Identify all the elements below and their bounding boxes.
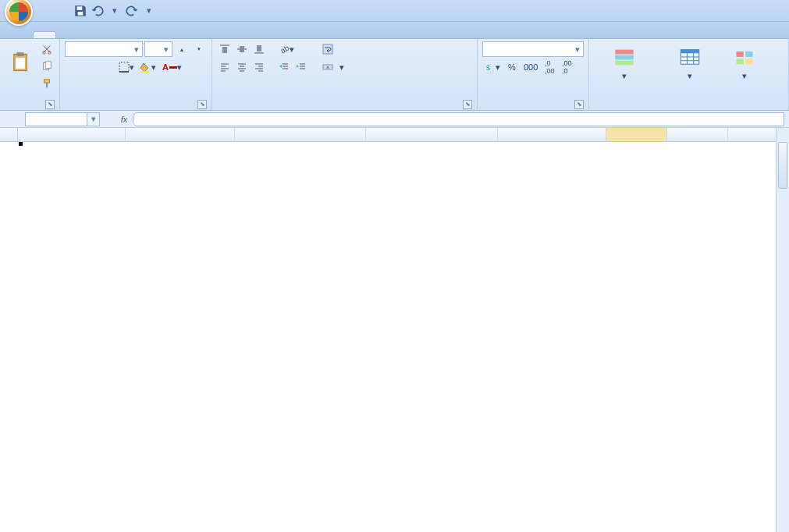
tab-insertion[interactable] xyxy=(59,32,81,38)
svg-rect-15 xyxy=(222,47,227,53)
font-color-button[interactable]: A▾ xyxy=(160,59,184,75)
cut-button[interactable] xyxy=(39,41,55,57)
tab-mise-en-page[interactable] xyxy=(84,32,106,38)
vertical-scrollbar[interactable] xyxy=(776,128,789,532)
ribbon-group-style: ▾ ▾ ▾ xyxy=(589,39,789,110)
align-center-button[interactable] xyxy=(234,59,250,75)
ribbon-group-font: ▾ ▾ ▲ ▼ ▾ ▾ A▾ ⬊ xyxy=(60,39,212,110)
col-header-F[interactable] xyxy=(606,128,667,141)
align-top-button[interactable] xyxy=(217,41,233,57)
bold-button[interactable] xyxy=(65,59,80,75)
col-header-C[interactable] xyxy=(235,128,367,141)
tab-donnees[interactable] xyxy=(134,32,156,38)
comma-button[interactable]: 000 xyxy=(521,59,540,75)
clipboard-launcher[interactable]: ⬊ xyxy=(45,100,55,109)
percent-button[interactable]: % xyxy=(504,59,520,75)
font-launcher[interactable]: ⬊ xyxy=(197,100,207,109)
group-label-alignment: ⬊ xyxy=(217,98,472,110)
copy-button[interactable] xyxy=(39,59,55,74)
svg-rect-4 xyxy=(16,58,25,69)
col-header-D[interactable] xyxy=(366,128,498,141)
conditional-formatting-button[interactable]: ▾ xyxy=(594,41,655,85)
align-middle-button[interactable] xyxy=(234,41,250,57)
font-name-combo[interactable]: ▾ xyxy=(65,41,143,57)
undo-icon[interactable] xyxy=(91,4,105,18)
decrease-indent-button[interactable] xyxy=(276,59,292,75)
svg-rect-13 xyxy=(141,71,151,73)
svg-rect-53 xyxy=(745,51,752,57)
borders-button[interactable]: ▾ xyxy=(116,59,137,75)
svg-rect-52 xyxy=(737,51,744,57)
align-bottom-button[interactable] xyxy=(251,41,267,57)
formula-bar[interactable] xyxy=(133,112,784,126)
cell-styles-icon xyxy=(734,46,755,68)
font-size-combo[interactable]: ▾ xyxy=(144,41,172,57)
tab-revision[interactable] xyxy=(159,32,181,38)
increase-decimal-button[interactable]: ,0,00 xyxy=(542,59,557,75)
group-label-clipboard: ⬊ xyxy=(5,98,55,110)
ribbon-group-alignment: ab▾ a ▾ ⬊ xyxy=(212,39,478,110)
svg-rect-17 xyxy=(240,46,244,52)
align-left-button[interactable] xyxy=(217,59,233,75)
svg-text:$: $ xyxy=(486,64,490,72)
tab-complements[interactable] xyxy=(209,32,231,38)
accounting-format-button[interactable]: $▾ xyxy=(482,59,503,75)
decrease-decimal-button[interactable]: ,00,0 xyxy=(559,59,574,75)
align-right-button[interactable] xyxy=(251,59,267,75)
increase-indent-button[interactable] xyxy=(293,59,309,75)
ribbon: ⬊ ▾ ▾ ▲ ▼ ▾ ▾ A▾ ⬊ xyxy=(0,39,789,111)
italic-button[interactable] xyxy=(82,59,98,75)
grow-font-button[interactable]: ▲ xyxy=(174,41,190,57)
svg-rect-47 xyxy=(681,49,698,53)
col-header-G[interactable] xyxy=(667,128,728,141)
qat-dropdown-1[interactable]: ▾ xyxy=(108,4,122,18)
title-bar: ▾ ▾ xyxy=(0,0,789,22)
save-icon[interactable] xyxy=(73,4,87,18)
alignment-launcher[interactable]: ⬊ xyxy=(463,100,472,109)
underline-button[interactable] xyxy=(99,59,115,75)
name-box-dropdown[interactable]: ▾ xyxy=(87,112,100,126)
group-label-font: ⬊ xyxy=(65,98,207,110)
col-header-B[interactable] xyxy=(126,128,235,141)
office-button[interactable] xyxy=(5,0,33,26)
number-launcher[interactable]: ⬊ xyxy=(574,100,584,109)
format-painter-button[interactable] xyxy=(39,76,55,91)
svg-text:ab: ab xyxy=(279,44,290,55)
wrap-text-button[interactable] xyxy=(318,41,348,57)
format-as-table-button[interactable]: ▾ xyxy=(658,41,722,85)
tab-formules[interactable] xyxy=(109,32,131,38)
shrink-font-button[interactable]: ▼ xyxy=(191,41,207,57)
svg-rect-9 xyxy=(44,80,50,83)
svg-rect-43 xyxy=(615,49,633,54)
svg-rect-8 xyxy=(45,62,51,69)
select-all-corner[interactable] xyxy=(0,128,18,141)
clipboard-icon xyxy=(9,51,31,73)
ribbon-group-number: ▾ $▾ % 000 ,0,00 ,00,0 ⬊ xyxy=(478,39,589,110)
svg-rect-10 xyxy=(46,83,48,87)
fx-icon[interactable]: fx xyxy=(116,115,133,124)
svg-rect-19 xyxy=(257,45,261,51)
table-icon xyxy=(679,46,701,68)
col-header-A[interactable] xyxy=(18,128,126,141)
merge-center-button[interactable]: a ▾ xyxy=(318,59,348,75)
tab-accueil[interactable] xyxy=(33,31,56,38)
redo-icon[interactable] xyxy=(125,4,139,18)
svg-rect-3 xyxy=(16,52,23,56)
paste-button[interactable] xyxy=(5,41,36,85)
number-format-combo[interactable]: ▾ xyxy=(482,41,584,57)
scrollbar-thumb[interactable] xyxy=(778,142,787,189)
col-header-E[interactable] xyxy=(498,128,606,141)
qat-customize-icon[interactable]: ▾ xyxy=(142,4,156,18)
svg-rect-45 xyxy=(615,60,633,65)
cond-format-icon xyxy=(613,46,635,68)
orientation-button[interactable]: ab▾ xyxy=(276,41,297,57)
fill-color-button[interactable]: ▾ xyxy=(138,59,158,75)
name-box[interactable] xyxy=(25,112,87,126)
cell-styles-button[interactable]: ▾ xyxy=(725,41,764,85)
svg-rect-11 xyxy=(119,62,129,72)
quick-access-toolbar: ▾ ▾ xyxy=(73,4,156,18)
tab-affichage[interactable] xyxy=(184,32,206,38)
svg-rect-55 xyxy=(745,59,752,64)
column-headers xyxy=(0,128,789,142)
spreadsheet-grid xyxy=(0,128,789,532)
